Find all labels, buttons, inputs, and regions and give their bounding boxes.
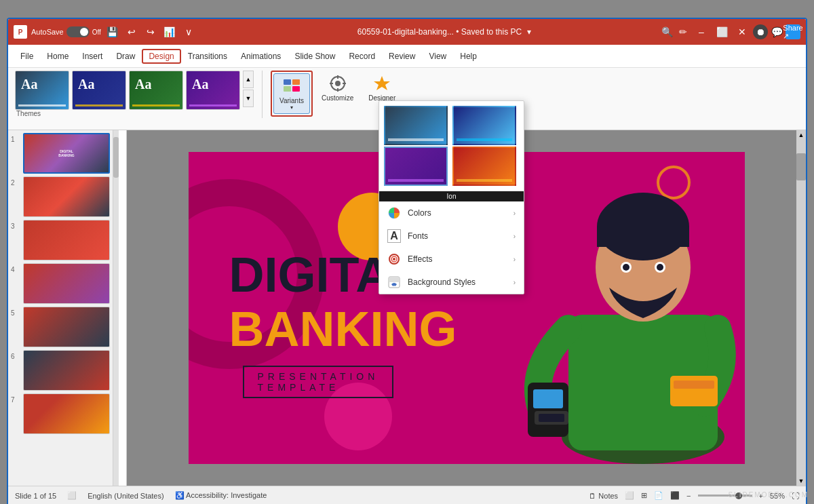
menu-home[interactable]: Home <box>40 49 75 64</box>
view-reading-icon[interactable]: 📄 <box>654 491 663 500</box>
redo-icon[interactable]: ↪ <box>143 24 158 39</box>
menu-draw[interactable]: Draw <box>109 49 142 64</box>
status-bar: Slide 1 of 15 ⬜ English (United States) … <box>8 486 806 504</box>
watermark: SLIDEMODEL.COM <box>728 491 809 499</box>
menu-animations[interactable]: Animations <box>234 49 288 64</box>
accessibility-info[interactable]: ♿ Accessibility: Investigate <box>175 491 267 500</box>
app-icon: P <box>14 25 27 39</box>
slide-num-5: 5 <box>11 307 20 317</box>
variant-thumbnails <box>379 101 524 191</box>
dropdown-bg-styles-item[interactable]: Background Styles › <box>379 271 524 294</box>
menu-design[interactable]: Design <box>142 49 180 64</box>
profile-icon[interactable]: ✏ <box>676 24 691 39</box>
svg-rect-1 <box>292 79 300 85</box>
zoom-out-icon[interactable]: − <box>686 492 691 500</box>
slide-img-4[interactable] <box>23 263 110 304</box>
slide-panel-scrollbar[interactable] <box>113 130 119 486</box>
slide-panel-scroll-thumb[interactable] <box>113 137 119 178</box>
dropdown-effects-item[interactable]: Effects › <box>379 248 524 271</box>
slide-img-1[interactable]: DIGITALBANKING <box>23 133 110 174</box>
slide-thumb-3[interactable]: 3 <box>11 220 110 260</box>
theme-thumb-3[interactable]: Aa <box>129 71 183 110</box>
menu-transitions[interactable]: Transitions <box>181 49 234 64</box>
slide-thumb-5[interactable]: 5 <box>11 307 110 347</box>
customize-label: Customize <box>322 94 353 102</box>
variants-button[interactable]: Variants ▾ <box>273 73 310 114</box>
svg-rect-2 <box>284 86 291 92</box>
record-icon[interactable]: ⏺ <box>753 24 768 39</box>
view-present-icon[interactable]: ⬛ <box>670 491 680 500</box>
theme-scroll-up[interactable]: ▲ <box>243 71 254 88</box>
slide-num-3: 3 <box>11 220 20 230</box>
search-icon[interactable]: 🔍 <box>659 24 674 39</box>
dropdown-colors-item[interactable]: Colors › <box>379 201 524 225</box>
canvas-scrollbar[interactable]: ▲ ▼ <box>796 130 806 486</box>
comment-icon[interactable]: 💬 <box>769 24 784 39</box>
autosave-toggle[interactable] <box>66 26 90 37</box>
slide-thumb-4[interactable]: 4 <box>11 263 110 304</box>
notes-icon: 🗒 <box>589 492 596 500</box>
slide-num-4: 4 <box>11 263 20 273</box>
save-icon[interactable]: 💾 <box>105 24 120 39</box>
scroll-down-btn[interactable]: ▼ <box>796 476 806 486</box>
notes-button[interactable]: 🗒 Notes <box>589 492 618 500</box>
slide-thumb-6[interactable]: 6 <box>11 350 110 391</box>
menu-slideshow[interactable]: Slide Show <box>288 49 342 64</box>
more-icon[interactable]: ∨ <box>181 24 196 39</box>
title-bar: P AutoSave Off 💾 ↩ ↪ 📊 ∨ 60559-01-digita… <box>8 19 806 45</box>
bg-styles-chevron: › <box>513 279 516 286</box>
effects-chevron: › <box>513 256 516 263</box>
customize-button[interactable]: Customize <box>315 71 360 117</box>
autosave-state: Off <box>92 28 101 36</box>
variants-icon <box>282 77 301 96</box>
slide-img-3[interactable] <box>23 220 110 260</box>
svg-point-5 <box>335 81 341 86</box>
slide-img-5[interactable] <box>23 307 110 347</box>
svg-point-22 <box>623 264 629 271</box>
slide-img-6[interactable] <box>23 350 110 391</box>
chevron-down-icon[interactable]: ▾ <box>527 27 531 37</box>
variant-thumb-2[interactable] <box>452 106 516 145</box>
variant-thumb-3[interactable] <box>384 147 448 186</box>
view-normal-icon[interactable]: ⬜ <box>625 491 634 500</box>
restore-button[interactable]: ⬜ <box>712 22 731 41</box>
share-icon[interactable]: Share ↗ <box>786 24 800 39</box>
theme-thumb-4[interactable]: Aa <box>186 71 240 110</box>
slide-panel: 1 DIGITALBANKING 2 3 4 <box>8 130 113 486</box>
slide-subtitle: PRESENTATION TEMPLATE <box>243 366 394 398</box>
variant-thumb-1[interactable] <box>384 106 448 145</box>
menu-record[interactable]: Record <box>342 49 382 64</box>
minimize-button[interactable]: – <box>692 22 711 41</box>
close-button[interactable]: ✕ <box>733 22 752 41</box>
svg-rect-15 <box>670 376 718 406</box>
variants-chevron: ▾ <box>290 104 293 111</box>
toolbar-icon[interactable]: 📊 <box>162 24 177 39</box>
scroll-up-btn[interactable]: ▲ <box>796 130 806 140</box>
menu-view[interactable]: View <box>422 49 453 64</box>
menu-review[interactable]: Review <box>382 49 422 64</box>
slide-info-icon: ⬜ <box>67 491 77 500</box>
bg-styles-icon <box>387 275 401 289</box>
language-info[interactable]: English (United States) <box>88 492 164 500</box>
slide-thumb-1[interactable]: 1 DIGITALBANKING <box>11 133 110 174</box>
fonts-chevron: › <box>513 233 516 240</box>
theme-thumb-1[interactable]: Aa <box>15 71 69 110</box>
variant-thumb-4[interactable] <box>452 147 516 186</box>
svg-marker-10 <box>374 76 390 90</box>
theme-thumb-2[interactable]: Aa <box>72 71 126 110</box>
slide-title-digital: DIGITA <box>229 247 391 303</box>
undo-icon[interactable]: ↩ <box>124 24 139 39</box>
colors-label: Colors <box>408 208 431 218</box>
slide-img-2[interactable] <box>23 176 110 217</box>
menu-help[interactable]: Help <box>453 49 484 64</box>
scroll-thumb[interactable] <box>796 153 806 180</box>
menu-file[interactable]: File <box>14 49 40 64</box>
slide-thumb-7[interactable]: 7 <box>11 393 110 434</box>
slide-img-7[interactable] <box>23 393 110 434</box>
svg-rect-0 <box>284 79 291 85</box>
menu-insert[interactable]: Insert <box>75 49 109 64</box>
theme-scroll-down[interactable]: ▼ <box>243 90 254 107</box>
slide-thumb-2[interactable]: 2 <box>11 176 110 217</box>
view-grid-icon[interactable]: ⊞ <box>641 491 647 500</box>
dropdown-fonts-item[interactable]: A Fonts › <box>379 225 524 248</box>
